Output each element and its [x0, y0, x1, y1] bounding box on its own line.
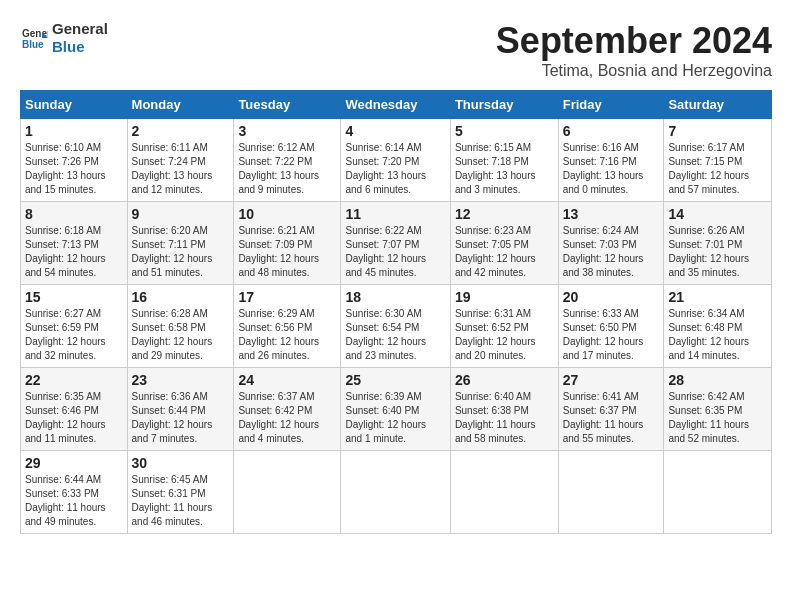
header-monday: Monday — [127, 91, 234, 119]
calendar-cell: 7Sunrise: 6:17 AM Sunset: 7:15 PM Daylig… — [664, 119, 772, 202]
calendar-cell: 11Sunrise: 6:22 AM Sunset: 7:07 PM Dayli… — [341, 202, 450, 285]
day-number: 24 — [238, 372, 336, 388]
day-info: Sunrise: 6:26 AM Sunset: 7:01 PM Dayligh… — [668, 224, 767, 280]
calendar-cell — [664, 451, 772, 534]
day-info: Sunrise: 6:10 AM Sunset: 7:26 PM Dayligh… — [25, 141, 123, 197]
day-number: 29 — [25, 455, 123, 471]
day-info: Sunrise: 6:16 AM Sunset: 7:16 PM Dayligh… — [563, 141, 660, 197]
day-number: 1 — [25, 123, 123, 139]
day-number: 18 — [345, 289, 445, 305]
calendar-cell: 9Sunrise: 6:20 AM Sunset: 7:11 PM Daylig… — [127, 202, 234, 285]
day-info: Sunrise: 6:30 AM Sunset: 6:54 PM Dayligh… — [345, 307, 445, 363]
day-info: Sunrise: 6:40 AM Sunset: 6:38 PM Dayligh… — [455, 390, 554, 446]
logo: General Blue General Blue — [20, 20, 108, 56]
header-thursday: Thursday — [450, 91, 558, 119]
day-info: Sunrise: 6:41 AM Sunset: 6:37 PM Dayligh… — [563, 390, 660, 446]
day-number: 9 — [132, 206, 230, 222]
day-info: Sunrise: 6:34 AM Sunset: 6:48 PM Dayligh… — [668, 307, 767, 363]
day-info: Sunrise: 6:14 AM Sunset: 7:20 PM Dayligh… — [345, 141, 445, 197]
day-info: Sunrise: 6:31 AM Sunset: 6:52 PM Dayligh… — [455, 307, 554, 363]
day-info: Sunrise: 6:45 AM Sunset: 6:31 PM Dayligh… — [132, 473, 230, 529]
calendar-cell: 13Sunrise: 6:24 AM Sunset: 7:03 PM Dayli… — [558, 202, 664, 285]
calendar-week-row: 15Sunrise: 6:27 AM Sunset: 6:59 PM Dayli… — [21, 285, 772, 368]
day-number: 21 — [668, 289, 767, 305]
calendar-cell — [450, 451, 558, 534]
day-number: 4 — [345, 123, 445, 139]
day-info: Sunrise: 6:39 AM Sunset: 6:40 PM Dayligh… — [345, 390, 445, 446]
day-number: 17 — [238, 289, 336, 305]
day-number: 19 — [455, 289, 554, 305]
day-info: Sunrise: 6:27 AM Sunset: 6:59 PM Dayligh… — [25, 307, 123, 363]
calendar-cell: 8Sunrise: 6:18 AM Sunset: 7:13 PM Daylig… — [21, 202, 128, 285]
calendar-cell: 6Sunrise: 6:16 AM Sunset: 7:16 PM Daylig… — [558, 119, 664, 202]
calendar-table: SundayMondayTuesdayWednesdayThursdayFrid… — [20, 90, 772, 534]
calendar-cell: 3Sunrise: 6:12 AM Sunset: 7:22 PM Daylig… — [234, 119, 341, 202]
calendar-header-row: SundayMondayTuesdayWednesdayThursdayFrid… — [21, 91, 772, 119]
day-info: Sunrise: 6:33 AM Sunset: 6:50 PM Dayligh… — [563, 307, 660, 363]
day-number: 13 — [563, 206, 660, 222]
calendar-week-row: 1Sunrise: 6:10 AM Sunset: 7:26 PM Daylig… — [21, 119, 772, 202]
logo-icon: General Blue — [20, 24, 48, 52]
calendar-cell — [234, 451, 341, 534]
header-sunday: Sunday — [21, 91, 128, 119]
day-number: 5 — [455, 123, 554, 139]
day-info: Sunrise: 6:29 AM Sunset: 6:56 PM Dayligh… — [238, 307, 336, 363]
header-tuesday: Tuesday — [234, 91, 341, 119]
calendar-cell: 16Sunrise: 6:28 AM Sunset: 6:58 PM Dayli… — [127, 285, 234, 368]
calendar-week-row: 22Sunrise: 6:35 AM Sunset: 6:46 PM Dayli… — [21, 368, 772, 451]
day-number: 2 — [132, 123, 230, 139]
day-info: Sunrise: 6:44 AM Sunset: 6:33 PM Dayligh… — [25, 473, 123, 529]
month-title: September 2024 — [496, 20, 772, 62]
logo-line2: Blue — [52, 38, 108, 56]
calendar-week-row: 29Sunrise: 6:44 AM Sunset: 6:33 PM Dayli… — [21, 451, 772, 534]
header-saturday: Saturday — [664, 91, 772, 119]
calendar-cell: 2Sunrise: 6:11 AM Sunset: 7:24 PM Daylig… — [127, 119, 234, 202]
day-info: Sunrise: 6:23 AM Sunset: 7:05 PM Dayligh… — [455, 224, 554, 280]
day-number: 11 — [345, 206, 445, 222]
day-info: Sunrise: 6:21 AM Sunset: 7:09 PM Dayligh… — [238, 224, 336, 280]
calendar-cell: 21Sunrise: 6:34 AM Sunset: 6:48 PM Dayli… — [664, 285, 772, 368]
calendar-cell: 25Sunrise: 6:39 AM Sunset: 6:40 PM Dayli… — [341, 368, 450, 451]
calendar-cell: 4Sunrise: 6:14 AM Sunset: 7:20 PM Daylig… — [341, 119, 450, 202]
title-block: September 2024 Tetima, Bosnia and Herzeg… — [496, 20, 772, 80]
calendar-cell: 23Sunrise: 6:36 AM Sunset: 6:44 PM Dayli… — [127, 368, 234, 451]
calendar-cell: 1Sunrise: 6:10 AM Sunset: 7:26 PM Daylig… — [21, 119, 128, 202]
calendar-week-row: 8Sunrise: 6:18 AM Sunset: 7:13 PM Daylig… — [21, 202, 772, 285]
day-number: 27 — [563, 372, 660, 388]
day-number: 30 — [132, 455, 230, 471]
day-number: 12 — [455, 206, 554, 222]
calendar-cell: 24Sunrise: 6:37 AM Sunset: 6:42 PM Dayli… — [234, 368, 341, 451]
calendar-cell: 18Sunrise: 6:30 AM Sunset: 6:54 PM Dayli… — [341, 285, 450, 368]
calendar-cell: 29Sunrise: 6:44 AM Sunset: 6:33 PM Dayli… — [21, 451, 128, 534]
day-info: Sunrise: 6:17 AM Sunset: 7:15 PM Dayligh… — [668, 141, 767, 197]
day-number: 25 — [345, 372, 445, 388]
day-info: Sunrise: 6:42 AM Sunset: 6:35 PM Dayligh… — [668, 390, 767, 446]
day-info: Sunrise: 6:28 AM Sunset: 6:58 PM Dayligh… — [132, 307, 230, 363]
calendar-cell: 12Sunrise: 6:23 AM Sunset: 7:05 PM Dayli… — [450, 202, 558, 285]
day-number: 23 — [132, 372, 230, 388]
calendar-cell: 30Sunrise: 6:45 AM Sunset: 6:31 PM Dayli… — [127, 451, 234, 534]
calendar-cell: 22Sunrise: 6:35 AM Sunset: 6:46 PM Dayli… — [21, 368, 128, 451]
day-number: 22 — [25, 372, 123, 388]
page-header: General Blue General Blue September 2024… — [20, 20, 772, 80]
calendar-cell: 28Sunrise: 6:42 AM Sunset: 6:35 PM Dayli… — [664, 368, 772, 451]
day-number: 7 — [668, 123, 767, 139]
day-number: 15 — [25, 289, 123, 305]
day-info: Sunrise: 6:11 AM Sunset: 7:24 PM Dayligh… — [132, 141, 230, 197]
calendar-cell: 10Sunrise: 6:21 AM Sunset: 7:09 PM Dayli… — [234, 202, 341, 285]
day-info: Sunrise: 6:36 AM Sunset: 6:44 PM Dayligh… — [132, 390, 230, 446]
calendar-cell: 15Sunrise: 6:27 AM Sunset: 6:59 PM Dayli… — [21, 285, 128, 368]
day-info: Sunrise: 6:22 AM Sunset: 7:07 PM Dayligh… — [345, 224, 445, 280]
calendar-cell: 26Sunrise: 6:40 AM Sunset: 6:38 PM Dayli… — [450, 368, 558, 451]
day-number: 10 — [238, 206, 336, 222]
day-info: Sunrise: 6:18 AM Sunset: 7:13 PM Dayligh… — [25, 224, 123, 280]
day-number: 28 — [668, 372, 767, 388]
day-info: Sunrise: 6:35 AM Sunset: 6:46 PM Dayligh… — [25, 390, 123, 446]
location-subtitle: Tetima, Bosnia and Herzegovina — [496, 62, 772, 80]
day-number: 6 — [563, 123, 660, 139]
calendar-cell: 20Sunrise: 6:33 AM Sunset: 6:50 PM Dayli… — [558, 285, 664, 368]
day-number: 8 — [25, 206, 123, 222]
header-wednesday: Wednesday — [341, 91, 450, 119]
calendar-cell: 17Sunrise: 6:29 AM Sunset: 6:56 PM Dayli… — [234, 285, 341, 368]
day-info: Sunrise: 6:12 AM Sunset: 7:22 PM Dayligh… — [238, 141, 336, 197]
